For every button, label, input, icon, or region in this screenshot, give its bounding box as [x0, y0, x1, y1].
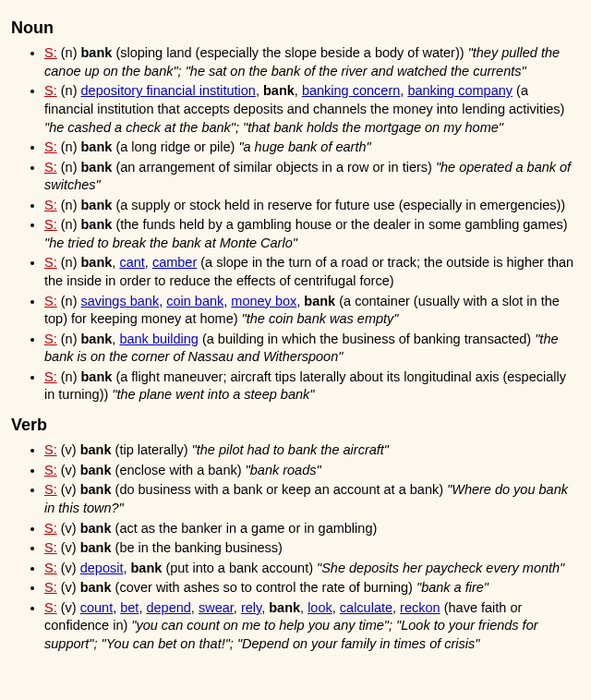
synonym-link[interactable]: swear [199, 600, 234, 615]
synonym-term: bank [81, 160, 113, 175]
s-link[interactable]: S: [44, 255, 57, 270]
s-link[interactable]: S: [44, 482, 57, 497]
s-link[interactable]: S: [44, 45, 57, 60]
synonym-link[interactable]: banking concern [302, 83, 400, 98]
synonym-term: bank [131, 561, 163, 575]
example-text: "the pilot had to bank the aircraft" [192, 442, 389, 457]
sense-item: S: (n) bank (sloping land (especially th… [44, 44, 580, 80]
gloss-text: (enclose with a bank) [115, 463, 242, 477]
sense-list: S: (v) bank (tip laterally) "the pilot h… [11, 441, 580, 653]
sense-item: S: (v) bank (do business with a bank or … [44, 481, 580, 517]
sense-item: S: (n) savings bank, coin bank, money bo… [44, 293, 580, 329]
s-link[interactable]: S: [44, 217, 57, 232]
synonym-term: bank [81, 332, 113, 346]
synonym-link[interactable]: depend [146, 600, 190, 615]
pos-heading: Noun [11, 17, 580, 39]
s-link[interactable]: S: [44, 442, 57, 457]
example-text: "the plane went into a steep bank" [112, 387, 314, 402]
sense-item: S: (n) bank, bank building (a building i… [44, 331, 580, 367]
synonym-term: bank [81, 139, 113, 154]
example-text: "he cashed a check at the bank"; "that b… [44, 120, 503, 135]
pos-marker: (v) [61, 600, 77, 615]
sense-item: S: (v) bank (act as the banker in a game… [44, 520, 580, 538]
example-text: "the coin bank was empty" [242, 311, 399, 326]
synonym-link[interactable]: deposit [80, 561, 124, 575]
synonym-link[interactable]: count [80, 600, 113, 615]
synonym-link[interactable]: savings bank [81, 294, 160, 308]
pos-marker: (n) [61, 217, 78, 232]
synonym-link[interactable]: banking company [407, 83, 513, 98]
sense-item: S: (n) bank, cant, camber (a slope in th… [44, 254, 580, 290]
synonym-term: bank [80, 540, 112, 555]
pos-marker: (v) [61, 442, 77, 457]
synonym-link[interactable]: reckon [400, 600, 440, 615]
sense-item: S: (n) bank (a long ridge or pile) "a hu… [44, 139, 580, 157]
synonym-term: bank [80, 482, 112, 497]
example-text: "bank a fire" [416, 580, 488, 595]
gloss-text: (the funds held by a gambling house or t… [115, 217, 567, 232]
pos-marker: (v) [61, 580, 77, 595]
synonym-link[interactable]: depository financial institution [81, 83, 256, 98]
content-area: NounS: (n) bank (sloping land (especiall… [11, 17, 580, 653]
s-link[interactable]: S: [44, 332, 57, 346]
pos-marker: (n) [61, 198, 78, 212]
s-link[interactable]: S: [44, 540, 57, 555]
example-text: "She deposits her paycheck every month" [317, 561, 564, 575]
s-link[interactable]: S: [44, 600, 57, 615]
synonym-link[interactable]: cant [119, 255, 144, 270]
sense-item: S: (v) bank (enclose with a bank) "bank … [44, 462, 580, 480]
synonym-term: bank [304, 294, 335, 308]
pos-marker: (n) [61, 160, 78, 175]
gloss-text: (do business with a bank or keep an acco… [115, 482, 443, 497]
synonym-link[interactable]: camber [152, 255, 197, 270]
synonym-link[interactable]: money box [231, 294, 296, 308]
gloss-text: (sloping land (especially the slope besi… [115, 45, 464, 60]
pos-marker: (v) [61, 540, 77, 555]
pos-marker: (v) [61, 521, 77, 536]
pos-marker: (n) [61, 294, 78, 308]
gloss-text: (tip laterally) [115, 442, 188, 457]
sense-item: S: (v) bank (be in the banking business) [44, 539, 580, 558]
pos-marker: (v) [61, 561, 77, 575]
gloss-text: (a long ridge or pile) [115, 139, 235, 154]
pos-marker: (v) [61, 463, 77, 477]
synonym-link[interactable]: bank building [119, 332, 198, 346]
dictionary-entry: { "sections": [ { "pos": "Noun", "marker… [0, 0, 591, 668]
synonym-link[interactable]: look [308, 600, 332, 615]
sense-item: S: (n) depository financial institution,… [44, 82, 580, 137]
synonym-term: bank [80, 521, 112, 536]
s-link[interactable]: S: [44, 369, 57, 384]
synonym-term: bank [269, 600, 300, 615]
s-link[interactable]: S: [44, 139, 57, 154]
gloss-text: (a supply or stock held in reserve for f… [115, 198, 565, 212]
sense-list: S: (n) bank (sloping land (especially th… [11, 44, 580, 404]
sense-item: S: (n) bank (the funds held by a gamblin… [44, 216, 580, 252]
example-text: "a huge bank of earth" [238, 139, 370, 154]
synonym-term: bank [80, 463, 112, 477]
synonym-link[interactable]: coin bank [166, 294, 223, 308]
example-text: "bank roads" [246, 463, 321, 477]
s-link[interactable]: S: [44, 294, 57, 308]
pos-marker: (n) [61, 83, 78, 98]
synonym-link[interactable]: rely [241, 600, 261, 615]
synonym-term: bank [81, 217, 113, 232]
s-link[interactable]: S: [44, 83, 57, 98]
sense-item: S: (n) bank (an arrangement of similar o… [44, 159, 580, 195]
sense-item: S: (v) deposit, bank (put into a bank ac… [44, 560, 580, 578]
s-link[interactable]: S: [44, 463, 57, 477]
pos-marker: (v) [61, 482, 77, 497]
synonym-term: bank [81, 198, 113, 212]
synonym-link[interactable]: bet [120, 600, 139, 615]
gloss-text: (an arrangement of similar objects in a … [115, 160, 432, 175]
s-link[interactable]: S: [44, 521, 57, 536]
s-link[interactable]: S: [44, 561, 57, 575]
pos-marker: (n) [61, 255, 78, 270]
s-link[interactable]: S: [44, 580, 57, 595]
pos-marker: (n) [61, 369, 78, 384]
s-link[interactable]: S: [44, 160, 57, 175]
synonym-term: bank [81, 45, 113, 60]
sense-item: S: (v) count, bet, depend, swear, rely, … [44, 599, 580, 654]
s-link[interactable]: S: [44, 198, 57, 212]
pos-marker: (n) [61, 332, 78, 346]
synonym-link[interactable]: calculate [340, 600, 392, 615]
